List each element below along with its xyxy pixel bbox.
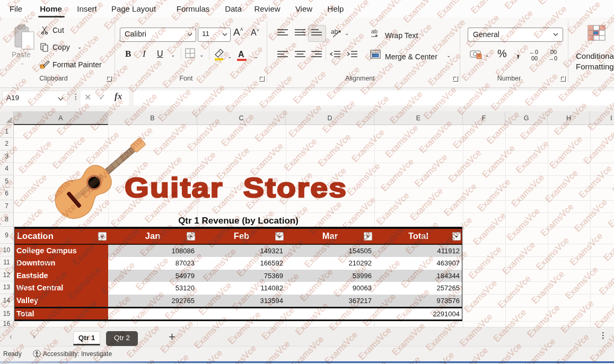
svg-text:ab: ab [331,28,338,35]
svg-text:ab: ab [371,29,378,34]
